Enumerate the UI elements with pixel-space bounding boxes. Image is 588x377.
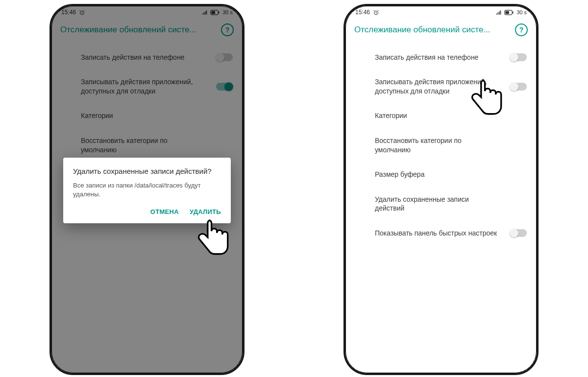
battery-icon bbox=[504, 10, 514, 15]
svg-rect-6 bbox=[513, 11, 514, 14]
app-title: Отслеживание обновлений систе... bbox=[354, 25, 490, 35]
row-show-qs-panel[interactable]: Показывать панель быстрых настроек bbox=[345, 220, 537, 246]
app-bar: Отслеживание обновлений систе... ? bbox=[345, 19, 537, 41]
row-restore-categories[interactable]: Восстановить категории по умолчанию bbox=[345, 129, 537, 162]
row-categories[interactable]: Категории bbox=[345, 103, 537, 129]
help-icon[interactable]: ? bbox=[515, 24, 528, 36]
row-record-phone[interactable]: Записать действия на телефоне bbox=[345, 44, 537, 71]
cancel-button[interactable]: ОТМЕНА bbox=[150, 208, 179, 215]
row-record-debug-apps[interactable]: Записывать действия приложений, доступны… bbox=[345, 71, 537, 103]
row-label: Записывать действия приложений, доступны… bbox=[375, 77, 497, 96]
signal-icon bbox=[495, 9, 502, 16]
delete-button[interactable]: УДАЛИТЬ bbox=[190, 208, 221, 215]
svg-rect-7 bbox=[506, 11, 510, 14]
row-label: Показывать панель быстрых настроек bbox=[375, 229, 497, 238]
power-button bbox=[244, 79, 245, 116]
comparison-canvas: 15:46 30 s Отслеживание обновлений систе… bbox=[0, 0, 588, 377]
power-button bbox=[538, 79, 539, 116]
settings-list: Записать действия на телефоне Записывать… bbox=[345, 41, 537, 246]
row-label: Записать действия на телефоне bbox=[375, 53, 478, 62]
row-label: Восстановить категории по умолчанию bbox=[375, 136, 497, 155]
volume-down-button bbox=[49, 93, 50, 120]
status-battery-text: 30 s bbox=[516, 9, 527, 15]
row-label: Размер буфера bbox=[375, 170, 424, 179]
row-buffer-size[interactable]: Размер буфера bbox=[345, 162, 537, 188]
volume-up-button bbox=[49, 70, 50, 87]
dialog-body: Все записи из папки /data/local/traces б… bbox=[73, 181, 221, 199]
row-label: Категории bbox=[375, 111, 407, 120]
dialog-actions: ОТМЕНА УДАЛИТЬ bbox=[73, 206, 221, 219]
toggle-record-phone[interactable] bbox=[510, 53, 527, 61]
volume-up-button bbox=[343, 70, 344, 87]
alarm-icon bbox=[373, 9, 379, 16]
status-time: 15:46 bbox=[355, 9, 370, 16]
phone-right: 15:46 30 s Отслеживание обновлений систе… bbox=[343, 4, 539, 375]
phone-left: 15:46 30 s Отслеживание обновлений систе… bbox=[49, 4, 245, 375]
volume-down-button bbox=[343, 93, 344, 120]
toggle-record-debug-apps[interactable] bbox=[510, 83, 527, 91]
status-bar: 15:46 30 s bbox=[345, 6, 537, 19]
toggle-show-qs-panel[interactable] bbox=[510, 229, 527, 237]
row-delete-saved[interactable]: Удалить сохраненные записи действий bbox=[345, 188, 537, 220]
row-label: Удалить сохраненные записи действий bbox=[375, 195, 497, 213]
confirm-dialog: Удалить сохраненные записи действий? Все… bbox=[63, 158, 231, 223]
dialog-title: Удалить сохраненные записи действий? bbox=[73, 166, 221, 176]
